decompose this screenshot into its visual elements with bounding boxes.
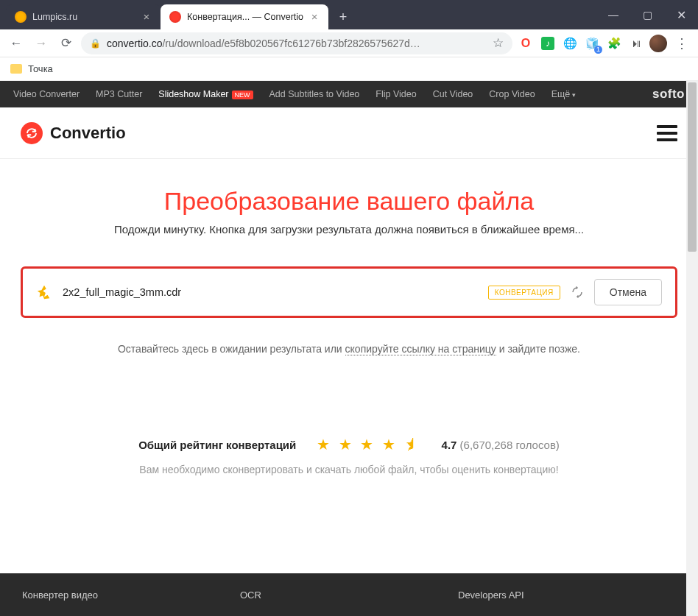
tab-title: Lumpics.ru <box>32 12 135 22</box>
nav-crop-video[interactable]: Crop Video <box>489 89 535 99</box>
close-tab-icon[interactable]: × <box>309 12 320 22</box>
page-viewport: Video Converter MP3 Cutter Slideshow Mak… <box>0 81 698 616</box>
loading-spinner-icon <box>571 286 584 299</box>
conversion-file-row: 2x2_full_magic_3mm.cdr КОНВЕРТАЦИЯ Отмен… <box>21 266 677 318</box>
site-top-nav: Video Converter MP3 Cutter Slideshow Mak… <box>0 81 698 107</box>
bookmarks-bar: Точка <box>0 57 698 81</box>
scrollbar[interactable] <box>686 81 698 616</box>
bookmark-item[interactable]: Точка <box>28 63 53 74</box>
maximize-button[interactable]: ▢ <box>630 0 664 29</box>
page-subtitle: Подожди минутку. Кнопка для загрузки рез… <box>21 223 677 236</box>
address-bar[interactable]: 🔒 convertio.co/ru/download/e5f8b020567fc… <box>81 32 512 54</box>
new-badge: NEW <box>232 91 253 99</box>
cancel-button[interactable]: Отмена <box>594 279 662 305</box>
window-controls: — ▢ ✕ <box>596 0 698 29</box>
extension-globe-icon[interactable]: 🌐 <box>561 35 579 52</box>
url-text: convertio.co/ru/download/e5f8b020567fc61… <box>107 38 487 49</box>
conversion-status-badge: КОНВЕРТАЦИЯ <box>488 286 560 300</box>
forward-button[interactable]: → <box>31 33 52 54</box>
new-tab-button[interactable]: + <box>333 7 353 27</box>
close-tab-icon[interactable]: × <box>141 12 152 22</box>
filename-text: 2x2_full_magic_3mm.cdr <box>63 286 478 298</box>
tab-title: Конвертация... — Convertio <box>187 12 303 22</box>
lock-icon: 🔒 <box>90 38 101 49</box>
close-window-button[interactable]: ✕ <box>664 0 698 29</box>
tab-convertio[interactable]: Конвертация... — Convertio × <box>161 4 328 29</box>
rating-votes: (6,670,268 голосов) <box>460 439 560 451</box>
page-heading: Преобразование вашего файла <box>21 187 677 216</box>
nav-slideshow-maker[interactable]: Slideshow MakerNEW <box>158 89 253 99</box>
extension-media-icon[interactable]: ⏯ <box>627 35 645 52</box>
rating-score: 4.7 <box>442 439 457 451</box>
reload-button[interactable]: ⟳ <box>56 33 77 54</box>
folder-icon <box>10 64 22 74</box>
wait-message: Оставайтесь здесь в ожидании результата … <box>21 343 677 355</box>
footer-link-api[interactable]: Developers API <box>458 590 676 601</box>
tab-lumpics[interactable]: Lumpics.ru × <box>6 4 161 29</box>
favicon-lumpics-icon <box>15 11 27 23</box>
back-button[interactable]: ← <box>6 33 27 54</box>
site-header: Convertio <box>0 107 698 159</box>
hamburger-menu-button[interactable] <box>657 125 677 141</box>
profile-avatar[interactable] <box>649 35 667 52</box>
rating-section: Общий рейтинг конвертаций ★ ★ ★ ★ ⯨ 4.7 … <box>21 436 677 475</box>
footer-link-converter[interactable]: Конвертер видео <box>22 590 240 601</box>
main-content: Преобразование вашего файла Подожди мину… <box>0 159 698 490</box>
nav-mp3-cutter[interactable]: MP3 Cutter <box>96 89 142 99</box>
scrollbar-thumb[interactable] <box>688 82 697 252</box>
bookmark-star-icon[interactable]: ☆ <box>493 35 504 51</box>
copy-link[interactable]: скопируйте ссылку на страницу <box>345 343 496 355</box>
convertio-logo-icon <box>21 122 43 144</box>
footer-link-ocr[interactable]: OCR <box>240 590 458 601</box>
extensions-button[interactable]: 🧩 <box>605 35 623 52</box>
nav-video-converter[interactable]: Video Converter <box>13 89 80 99</box>
rating-stars: ★ ★ ★ ★ ⯨ <box>317 436 420 453</box>
favicon-convertio-icon <box>169 11 181 23</box>
minimize-button[interactable]: — <box>596 0 630 29</box>
rating-label: Общий рейтинг конвертаций <box>138 439 296 451</box>
address-bar-row: ← → ⟳ 🔒 convertio.co/ru/download/e5f8b02… <box>0 29 698 57</box>
softo-brand[interactable]: softo <box>652 87 685 102</box>
browser-titlebar: Lumpics.ru × Конвертация... — Convertio … <box>0 0 698 29</box>
convertio-logo[interactable]: Convertio <box>21 122 126 144</box>
rating-message: Вам необходимо сконвертировать и скачать… <box>21 464 677 475</box>
nav-cut-video[interactable]: Cut Video <box>433 89 473 99</box>
extension-box-icon[interactable]: 🧊 <box>583 35 601 52</box>
extension-music-icon[interactable]: ♪ <box>539 35 557 52</box>
nav-add-subtitles[interactable]: Add Subtitles to Video <box>269 89 360 99</box>
extension-opera-icon[interactable]: O <box>517 35 535 52</box>
nav-flip-video[interactable]: Flip Video <box>376 89 416 99</box>
site-footer: Конвертер видео OCR Developers API <box>0 573 698 616</box>
chrome-menu-button[interactable]: ⋮ <box>671 33 692 54</box>
nav-more[interactable]: Ещё <box>551 89 576 99</box>
logo-text: Convertio <box>50 124 126 143</box>
cdr-file-icon <box>36 284 52 300</box>
